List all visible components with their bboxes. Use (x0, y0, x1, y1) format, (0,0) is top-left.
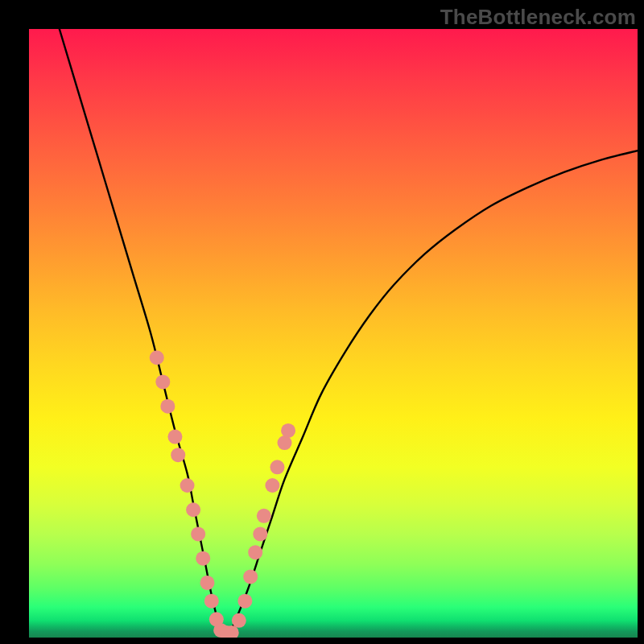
chart-svg (29, 29, 638, 638)
highlight-dot (171, 448, 185, 462)
highlight-dot (257, 509, 271, 523)
highlight-dot (270, 460, 284, 474)
highlight-dot (150, 350, 164, 365)
bottleneck-curve (60, 29, 638, 633)
highlight-dot (248, 545, 262, 559)
watermark-text: TheBottleneck.com (440, 5, 636, 30)
chart-frame: TheBottleneck.com (0, 0, 644, 644)
highlight-dot (160, 399, 175, 414)
highlight-dot (232, 613, 246, 628)
highlight-dot (196, 551, 210, 566)
highlight-dot (155, 374, 170, 389)
plot-area (29, 29, 638, 638)
highlight-dot (243, 569, 258, 584)
highlight-dot (253, 526, 267, 541)
highlight-dot (180, 478, 195, 493)
highlight-dot (265, 478, 279, 493)
highlight-dot (186, 502, 200, 517)
highlight-dot (200, 576, 215, 590)
highlight-dot (191, 526, 205, 541)
highlight-dot (204, 594, 219, 609)
highlight-dot (281, 423, 295, 438)
highlight-dots (150, 350, 295, 638)
highlight-dot (237, 594, 252, 609)
highlight-dot (167, 430, 182, 444)
